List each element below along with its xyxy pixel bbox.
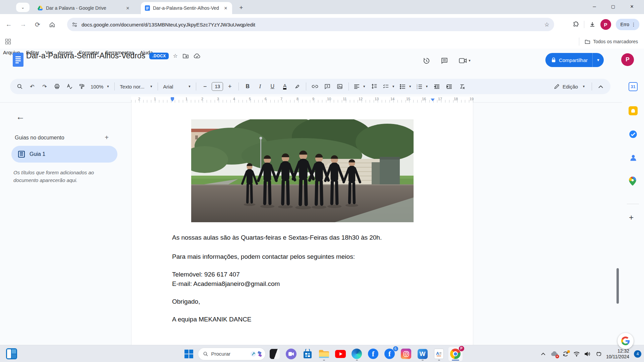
increase-indent-icon[interactable] xyxy=(444,81,455,92)
download-icon[interactable] xyxy=(589,21,596,28)
align-icon[interactable]: ▼ xyxy=(352,81,368,92)
volume-icon[interactable] xyxy=(584,350,591,358)
document-photo-dancers[interactable] xyxy=(191,119,414,222)
numbered-list-icon[interactable]: 123 ▼ xyxy=(415,81,430,92)
file-explorer-icon[interactable] xyxy=(317,347,331,361)
document-title[interactable]: Dar-a-Palavra-Sentir-Alhos-Vedros xyxy=(26,51,145,60)
phone-link-icon[interactable] xyxy=(268,347,282,361)
profile-menu-button[interactable]: Erro ⋮ xyxy=(616,19,639,30)
line-spacing-icon[interactable] xyxy=(369,81,380,92)
paragraph[interactable]: Obrigado, xyxy=(172,297,444,306)
redo-icon[interactable]: ↷ xyxy=(39,81,50,92)
document-page[interactable]: As nossas aulas são às Quartas-feiras e … xyxy=(131,103,473,345)
keep-icon[interactable] xyxy=(629,106,638,115)
extensions-icon[interactable] xyxy=(573,21,579,28)
ruler[interactable]: 2112345678910111213141516171819 xyxy=(0,97,644,103)
ruler-indent-right[interactable] xyxy=(431,99,435,101)
comments-icon[interactable] xyxy=(437,53,452,68)
add-comment-icon[interactable] xyxy=(322,81,333,92)
increase-font-icon[interactable]: + xyxy=(224,81,235,92)
word-icon[interactable]: W xyxy=(416,347,430,361)
tab-search-button[interactable]: ⌄ xyxy=(16,3,30,12)
zoom-select[interactable]: 100%▼ xyxy=(89,81,111,92)
version-history-icon[interactable] xyxy=(419,53,434,68)
sidebar-item-guia1[interactable]: Guia 1 xyxy=(11,146,117,163)
bulleted-list-icon[interactable]: ▼ xyxy=(398,81,414,92)
ruler-indent-left[interactable] xyxy=(171,97,174,102)
paragraph[interactable]: As nossas aulas são às Quartas-feiras e … xyxy=(172,233,444,242)
tab-close-icon[interactable]: ✕ xyxy=(223,5,229,11)
reload-icon[interactable]: ⟳ xyxy=(32,19,43,30)
battery-icon[interactable] xyxy=(595,350,602,358)
browser-profile-avatar[interactable]: P xyxy=(600,19,611,30)
google-docs-logo[interactable] xyxy=(13,53,23,67)
document-text[interactable]: As nossas aulas são às Quartas-feiras e … xyxy=(172,233,444,333)
bold-icon[interactable]: B xyxy=(242,81,253,92)
paragraph[interactable]: E-mail: Academia8janeiro@gmail.com xyxy=(172,279,444,289)
star-icon[interactable]: ☆ xyxy=(173,53,177,59)
url-bar[interactable]: docs.google.com/document/d/13SMBNteuLycy… xyxy=(67,18,554,31)
teams-chat-icon[interactable] xyxy=(284,347,298,361)
paragraph[interactable]: Para mais informações, podem contactar p… xyxy=(172,252,444,261)
paint-format-icon[interactable] xyxy=(76,81,88,92)
close-panel-arrow-icon[interactable]: ← xyxy=(16,112,25,122)
site-info-icon[interactable] xyxy=(72,22,77,27)
tasks-icon[interactable] xyxy=(629,130,638,139)
sync-icon[interactable] xyxy=(562,350,569,358)
side-panel-add-icon[interactable]: + xyxy=(629,213,634,222)
edge-icon[interactable] xyxy=(350,347,364,361)
wifi-icon[interactable] xyxy=(573,350,580,358)
facebook-badged-icon[interactable]: f 6 xyxy=(383,347,397,361)
browser-tab-drive[interactable]: Dar a Palavra - Google Drive ✕ xyxy=(34,2,134,14)
youtube-icon[interactable] xyxy=(333,347,347,361)
onedrive-error-icon[interactable]: ✕ xyxy=(551,350,558,358)
browser-tab-docs-active[interactable]: Dar-a-Palavra-Sentir-Alhos-Ved ✕ xyxy=(141,2,232,14)
document-viewer-icon[interactable]: A xyxy=(432,347,446,361)
font-size-input[interactable]: 13 xyxy=(212,82,223,91)
tray-chevron-icon[interactable] xyxy=(540,350,547,358)
cloud-saved-icon[interactable] xyxy=(194,53,201,59)
google-g-button[interactable] xyxy=(618,333,634,349)
editing-mode-button[interactable]: Edição ▼ xyxy=(551,84,589,89)
text-color-icon[interactable]: A xyxy=(279,81,290,92)
undo-icon[interactable]: ↶ xyxy=(26,81,38,92)
minimize-icon[interactable]: ─ xyxy=(585,0,604,13)
taskbar-search[interactable]: Procurar xyxy=(198,348,265,360)
spellcheck-icon[interactable] xyxy=(64,81,75,92)
font-select[interactable]: Arial▼ xyxy=(161,81,193,92)
apps-grid-icon[interactable] xyxy=(5,39,11,44)
print-icon[interactable] xyxy=(51,81,63,92)
facebook-icon[interactable]: f xyxy=(366,347,380,361)
tray-clock[interactable]: 12:32 10/11/2024 xyxy=(606,348,629,360)
tab-close-icon[interactable]: ✕ xyxy=(125,5,131,11)
paragraph[interactable]: Telemóvel: 926 617 407 xyxy=(172,270,444,279)
bookmark-star-icon[interactable]: ☆ xyxy=(544,21,549,28)
docs-profile-avatar[interactable]: P xyxy=(621,53,634,66)
decrease-font-icon[interactable]: − xyxy=(199,81,211,92)
kebab-menu-icon[interactable]: ⋮ xyxy=(631,22,636,27)
collapse-toolbar-icon[interactable] xyxy=(595,81,606,92)
clear-formatting-icon[interactable] xyxy=(456,81,468,92)
back-icon[interactable]: ← xyxy=(3,19,14,30)
highlight-color-icon[interactable] xyxy=(291,81,303,92)
all-bookmarks-button[interactable]: Todos os marcadores xyxy=(579,38,638,46)
contacts-icon[interactable] xyxy=(629,153,638,162)
microsoft-store-icon[interactable] xyxy=(301,347,315,361)
chrome-icon-active[interactable]: P xyxy=(448,347,463,361)
notification-count-badge[interactable]: 4 xyxy=(634,350,641,358)
add-tab-icon[interactable]: + xyxy=(105,134,109,141)
search-menus-icon[interactable] xyxy=(14,81,25,92)
paragraph[interactable]: A equipa MEKANIK DANCE xyxy=(172,315,444,324)
decrease-indent-icon[interactable] xyxy=(431,81,443,92)
italic-icon[interactable]: I xyxy=(254,81,266,92)
underline-icon[interactable]: U xyxy=(267,81,278,92)
maps-icon[interactable] xyxy=(629,177,638,186)
forward-icon[interactable]: → xyxy=(17,19,29,30)
maximize-icon[interactable]: ▢ xyxy=(604,0,623,13)
vertical-scrollbar[interactable] xyxy=(616,268,619,304)
close-icon[interactable]: ✕ xyxy=(623,0,641,13)
calendar-icon[interactable]: 31 xyxy=(629,82,638,91)
insert-link-icon[interactable] xyxy=(309,81,321,92)
checklist-icon[interactable]: ▼ xyxy=(381,81,397,92)
insert-image-icon[interactable] xyxy=(334,81,345,92)
